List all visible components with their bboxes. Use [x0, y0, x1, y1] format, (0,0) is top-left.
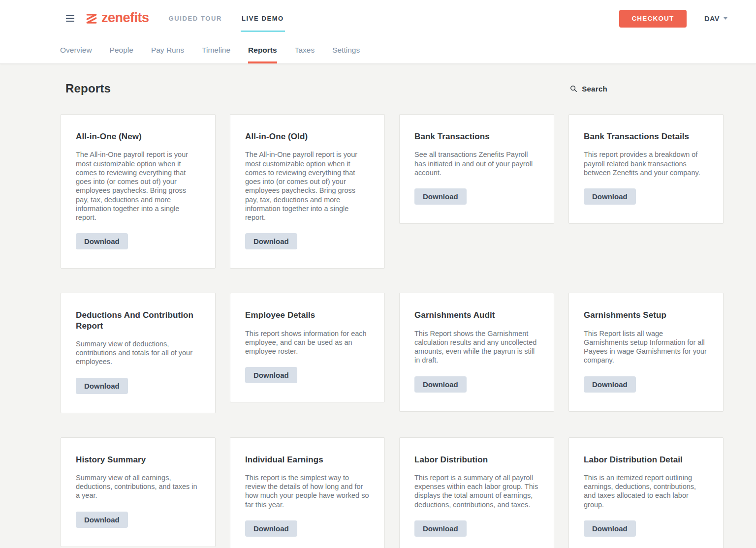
download-button[interactable]: Download: [245, 367, 297, 383]
app-header: zenefits GUIDED TOUR LIVE DEMO CHECKOUT …: [0, 0, 756, 64]
report-card-description: The All-in-One payroll report is your mo…: [245, 150, 370, 222]
hamburger-menu-icon[interactable]: [66, 15, 74, 22]
tab-reports[interactable]: Reports: [248, 37, 277, 63]
tab-overview[interactable]: Overview: [60, 37, 92, 63]
search-icon: [570, 85, 577, 92]
report-card-title: Employee Details: [245, 310, 370, 320]
guided-tour-link[interactable]: GUIDED TOUR: [169, 15, 222, 22]
report-card-employee-details: Employee Details This report shows infor…: [230, 293, 385, 402]
chevron-down-icon: [724, 17, 727, 20]
report-card-garnishments-setup: Garnishments Setup This Report lists all…: [568, 293, 724, 411]
zenefits-logo[interactable]: zenefits: [85, 11, 149, 26]
report-card-description: Summary view of deductions, contribution…: [76, 339, 200, 366]
report-card-history-summary: History Summary Summary view of all earn…: [61, 437, 216, 547]
report-card-description: This Report lists all wage Garnishments …: [584, 329, 708, 365]
report-card-title: All-in-One (New): [76, 131, 200, 142]
download-button[interactable]: Download: [584, 520, 636, 537]
report-card-description: This report is a summary of all payroll …: [414, 473, 539, 509]
page-title-row: Reports Search: [61, 82, 724, 95]
report-card-title: Labor Distribution Detail: [584, 455, 708, 465]
report-card-description: This report provides a breakdown of payr…: [584, 150, 708, 177]
report-card-all-in-one-old: All-in-One (Old) The All-in-One payroll …: [230, 114, 385, 269]
download-button[interactable]: Download: [76, 378, 128, 394]
search-control[interactable]: Search: [570, 85, 607, 93]
tab-people[interactable]: People: [110, 37, 133, 63]
tab-taxes[interactable]: Taxes: [295, 37, 315, 63]
report-card-all-in-one-new: All-in-One (New) The All-in-One payroll …: [61, 114, 216, 269]
report-card-title: Bank Transactions Details: [584, 131, 708, 142]
report-card-title: Deductions And Contribution Report: [76, 310, 200, 331]
report-card-title: Garnishments Setup: [584, 310, 708, 320]
reports-page: Reports Search All-in-One (New) The All-…: [0, 64, 756, 548]
download-button[interactable]: Download: [76, 233, 128, 249]
search-label: Search: [582, 85, 607, 93]
report-card-description: This report is the simplest way to revie…: [245, 473, 370, 509]
tab-settings[interactable]: Settings: [332, 37, 360, 63]
report-card-title: Garnishments Audit: [414, 310, 539, 320]
report-card-title: Bank Transactions: [414, 131, 539, 142]
report-card-deductions-and-contribution: Deductions And Contribution Report Summa…: [61, 293, 216, 413]
download-button[interactable]: Download: [245, 233, 297, 249]
live-demo-link[interactable]: LIVE DEMO: [242, 15, 284, 22]
brand-wordmark: zenefits: [101, 11, 149, 26]
report-card-description: See all transactions Zenefits Payroll ha…: [414, 150, 539, 177]
report-card-description: This Report shows the Garnishment calcul…: [414, 329, 539, 365]
download-button[interactable]: Download: [414, 188, 467, 205]
report-card-title: History Summary: [76, 455, 200, 465]
report-card-garnishments-audit: Garnishments Audit This Report shows the…: [399, 293, 554, 411]
download-button[interactable]: Download: [414, 520, 467, 537]
download-button[interactable]: Download: [245, 520, 297, 537]
tab-pay-runs[interactable]: Pay Runs: [151, 37, 184, 63]
header-top-row: zenefits GUIDED TOUR LIVE DEMO CHECKOUT …: [0, 0, 756, 37]
zenefits-zigzag-icon: [85, 12, 98, 25]
main-nav-tabs: Overview People Pay Runs Timeline Report…: [0, 37, 756, 63]
report-cards-grid: All-in-One (New) The All-in-One payroll …: [61, 114, 724, 548]
download-button[interactable]: Download: [584, 188, 636, 205]
checkout-button[interactable]: CHECKOUT: [619, 10, 687, 28]
report-card-labor-distribution: Labor Distribution This report is a summ…: [399, 437, 554, 548]
report-card-description: This is an itemized report outlining ear…: [584, 473, 708, 509]
download-button[interactable]: Download: [76, 512, 128, 528]
user-name: DAV: [704, 15, 720, 23]
download-button[interactable]: Download: [414, 376, 467, 393]
page-title: Reports: [65, 82, 111, 95]
report-card-description: The All-in-One payroll report is your mo…: [76, 150, 200, 222]
report-card-title: All-in-One (Old): [245, 131, 370, 142]
download-button[interactable]: Download: [584, 376, 636, 393]
user-menu[interactable]: DAV: [704, 15, 727, 23]
report-card-title: Individual Earnings: [245, 455, 370, 465]
report-card-individual-earnings: Individual Earnings This report is the s…: [230, 437, 385, 548]
report-card-bank-transactions-details: Bank Transactions Details This report pr…: [568, 114, 724, 224]
tab-timeline[interactable]: Timeline: [202, 37, 230, 63]
report-card-labor-distribution-detail: Labor Distribution Detail This is an ite…: [568, 437, 724, 548]
report-card-title: Labor Distribution: [414, 455, 539, 465]
report-card-description: This report shows information for each e…: [245, 329, 370, 356]
report-card-description: Summary view of all earnings, deductions…: [76, 473, 200, 500]
report-card-bank-transactions: Bank Transactions See all transactions Z…: [399, 114, 554, 224]
